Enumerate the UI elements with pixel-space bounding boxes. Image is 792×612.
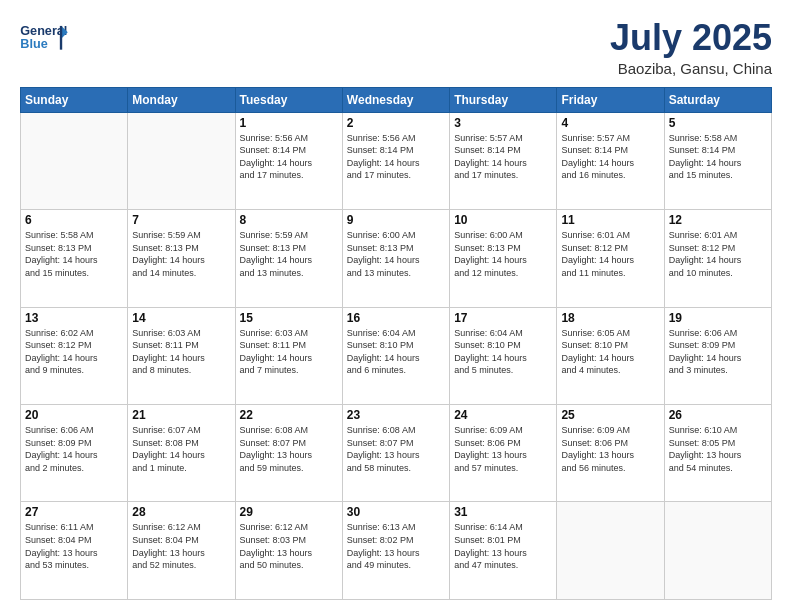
day-info: Sunrise: 6:12 AM Sunset: 8:04 PM Dayligh…	[132, 521, 230, 571]
day-info: Sunrise: 6:03 AM Sunset: 8:11 PM Dayligh…	[132, 327, 230, 377]
calendar-cell: 8Sunrise: 5:59 AM Sunset: 8:13 PM Daylig…	[235, 210, 342, 307]
day-number: 11	[561, 213, 659, 227]
day-info: Sunrise: 5:58 AM Sunset: 8:13 PM Dayligh…	[25, 229, 123, 279]
calendar-cell	[128, 112, 235, 209]
day-info: Sunrise: 6:12 AM Sunset: 8:03 PM Dayligh…	[240, 521, 338, 571]
svg-text:Blue: Blue	[20, 37, 47, 51]
day-number: 25	[561, 408, 659, 422]
day-of-week-header: Sunday	[21, 87, 128, 112]
sub-title: Baoziba, Gansu, China	[610, 60, 772, 77]
calendar-cell: 7Sunrise: 5:59 AM Sunset: 8:13 PM Daylig…	[128, 210, 235, 307]
day-info: Sunrise: 6:04 AM Sunset: 8:10 PM Dayligh…	[347, 327, 445, 377]
calendar-cell: 13Sunrise: 6:02 AM Sunset: 8:12 PM Dayli…	[21, 307, 128, 404]
day-of-week-header: Monday	[128, 87, 235, 112]
day-info: Sunrise: 5:58 AM Sunset: 8:14 PM Dayligh…	[669, 132, 767, 182]
calendar-cell: 5Sunrise: 5:58 AM Sunset: 8:14 PM Daylig…	[664, 112, 771, 209]
day-info: Sunrise: 6:07 AM Sunset: 8:08 PM Dayligh…	[132, 424, 230, 474]
day-number: 31	[454, 505, 552, 519]
day-info: Sunrise: 6:01 AM Sunset: 8:12 PM Dayligh…	[561, 229, 659, 279]
day-number: 20	[25, 408, 123, 422]
calendar-week-row: 13Sunrise: 6:02 AM Sunset: 8:12 PM Dayli…	[21, 307, 772, 404]
calendar-table: SundayMondayTuesdayWednesdayThursdayFrid…	[20, 87, 772, 600]
calendar-week-row: 27Sunrise: 6:11 AM Sunset: 8:04 PM Dayli…	[21, 502, 772, 600]
calendar-cell	[557, 502, 664, 600]
day-number: 18	[561, 311, 659, 325]
day-number: 26	[669, 408, 767, 422]
day-info: Sunrise: 6:08 AM Sunset: 8:07 PM Dayligh…	[347, 424, 445, 474]
day-info: Sunrise: 5:59 AM Sunset: 8:13 PM Dayligh…	[240, 229, 338, 279]
day-info: Sunrise: 6:05 AM Sunset: 8:10 PM Dayligh…	[561, 327, 659, 377]
day-of-week-header: Saturday	[664, 87, 771, 112]
day-number: 10	[454, 213, 552, 227]
calendar-cell: 11Sunrise: 6:01 AM Sunset: 8:12 PM Dayli…	[557, 210, 664, 307]
calendar-cell: 6Sunrise: 5:58 AM Sunset: 8:13 PM Daylig…	[21, 210, 128, 307]
calendar-week-row: 1Sunrise: 5:56 AM Sunset: 8:14 PM Daylig…	[21, 112, 772, 209]
calendar-cell: 4Sunrise: 5:57 AM Sunset: 8:14 PM Daylig…	[557, 112, 664, 209]
day-info: Sunrise: 6:06 AM Sunset: 8:09 PM Dayligh…	[669, 327, 767, 377]
day-number: 3	[454, 116, 552, 130]
calendar-cell: 2Sunrise: 5:56 AM Sunset: 8:14 PM Daylig…	[342, 112, 449, 209]
day-of-week-header: Friday	[557, 87, 664, 112]
day-number: 27	[25, 505, 123, 519]
day-number: 19	[669, 311, 767, 325]
title-block: July 2025 Baoziba, Gansu, China	[610, 18, 772, 77]
day-info: Sunrise: 6:14 AM Sunset: 8:01 PM Dayligh…	[454, 521, 552, 571]
day-of-week-header: Thursday	[450, 87, 557, 112]
day-number: 6	[25, 213, 123, 227]
day-number: 8	[240, 213, 338, 227]
day-number: 5	[669, 116, 767, 130]
calendar-cell: 16Sunrise: 6:04 AM Sunset: 8:10 PM Dayli…	[342, 307, 449, 404]
day-number: 12	[669, 213, 767, 227]
day-number: 24	[454, 408, 552, 422]
day-info: Sunrise: 6:04 AM Sunset: 8:10 PM Dayligh…	[454, 327, 552, 377]
calendar-cell: 25Sunrise: 6:09 AM Sunset: 8:06 PM Dayli…	[557, 405, 664, 502]
day-info: Sunrise: 6:09 AM Sunset: 8:06 PM Dayligh…	[454, 424, 552, 474]
calendar-cell: 10Sunrise: 6:00 AM Sunset: 8:13 PM Dayli…	[450, 210, 557, 307]
calendar-cell: 24Sunrise: 6:09 AM Sunset: 8:06 PM Dayli…	[450, 405, 557, 502]
day-number: 28	[132, 505, 230, 519]
day-number: 22	[240, 408, 338, 422]
calendar-cell: 19Sunrise: 6:06 AM Sunset: 8:09 PM Dayli…	[664, 307, 771, 404]
calendar-cell: 1Sunrise: 5:56 AM Sunset: 8:14 PM Daylig…	[235, 112, 342, 209]
day-info: Sunrise: 6:00 AM Sunset: 8:13 PM Dayligh…	[454, 229, 552, 279]
day-info: Sunrise: 5:59 AM Sunset: 8:13 PM Dayligh…	[132, 229, 230, 279]
day-info: Sunrise: 6:06 AM Sunset: 8:09 PM Dayligh…	[25, 424, 123, 474]
day-number: 7	[132, 213, 230, 227]
header: General Blue July 2025 Baoziba, Gansu, C…	[20, 18, 772, 77]
day-info: Sunrise: 6:09 AM Sunset: 8:06 PM Dayligh…	[561, 424, 659, 474]
logo-svg: General Blue	[20, 18, 68, 56]
calendar-cell: 28Sunrise: 6:12 AM Sunset: 8:04 PM Dayli…	[128, 502, 235, 600]
day-number: 29	[240, 505, 338, 519]
main-title: July 2025	[610, 18, 772, 58]
day-number: 13	[25, 311, 123, 325]
calendar-cell: 31Sunrise: 6:14 AM Sunset: 8:01 PM Dayli…	[450, 502, 557, 600]
day-number: 2	[347, 116, 445, 130]
day-info: Sunrise: 6:00 AM Sunset: 8:13 PM Dayligh…	[347, 229, 445, 279]
day-of-week-header: Tuesday	[235, 87, 342, 112]
calendar-cell: 29Sunrise: 6:12 AM Sunset: 8:03 PM Dayli…	[235, 502, 342, 600]
calendar-week-row: 20Sunrise: 6:06 AM Sunset: 8:09 PM Dayli…	[21, 405, 772, 502]
day-info: Sunrise: 6:08 AM Sunset: 8:07 PM Dayligh…	[240, 424, 338, 474]
day-info: Sunrise: 6:13 AM Sunset: 8:02 PM Dayligh…	[347, 521, 445, 571]
svg-rect-3	[60, 26, 62, 50]
day-info: Sunrise: 5:56 AM Sunset: 8:14 PM Dayligh…	[240, 132, 338, 182]
calendar-cell: 20Sunrise: 6:06 AM Sunset: 8:09 PM Dayli…	[21, 405, 128, 502]
day-number: 16	[347, 311, 445, 325]
calendar-cell: 3Sunrise: 5:57 AM Sunset: 8:14 PM Daylig…	[450, 112, 557, 209]
day-info: Sunrise: 6:11 AM Sunset: 8:04 PM Dayligh…	[25, 521, 123, 571]
day-number: 4	[561, 116, 659, 130]
day-info: Sunrise: 6:10 AM Sunset: 8:05 PM Dayligh…	[669, 424, 767, 474]
day-number: 17	[454, 311, 552, 325]
day-info: Sunrise: 5:57 AM Sunset: 8:14 PM Dayligh…	[454, 132, 552, 182]
calendar-cell: 15Sunrise: 6:03 AM Sunset: 8:11 PM Dayli…	[235, 307, 342, 404]
calendar-cell: 30Sunrise: 6:13 AM Sunset: 8:02 PM Dayli…	[342, 502, 449, 600]
calendar-cell: 18Sunrise: 6:05 AM Sunset: 8:10 PM Dayli…	[557, 307, 664, 404]
calendar-cell: 22Sunrise: 6:08 AM Sunset: 8:07 PM Dayli…	[235, 405, 342, 502]
day-info: Sunrise: 6:01 AM Sunset: 8:12 PM Dayligh…	[669, 229, 767, 279]
day-number: 14	[132, 311, 230, 325]
calendar-header-row: SundayMondayTuesdayWednesdayThursdayFrid…	[21, 87, 772, 112]
calendar-cell	[21, 112, 128, 209]
calendar-cell: 26Sunrise: 6:10 AM Sunset: 8:05 PM Dayli…	[664, 405, 771, 502]
day-number: 21	[132, 408, 230, 422]
day-number: 23	[347, 408, 445, 422]
